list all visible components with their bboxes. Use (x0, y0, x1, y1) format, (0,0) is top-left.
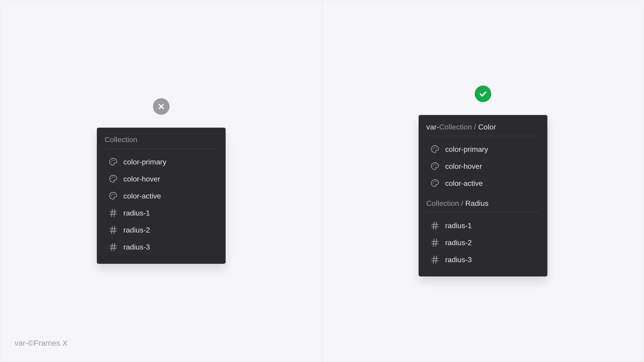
title-muted: Collection / (439, 123, 478, 131)
palette-icon (430, 178, 440, 188)
list-item[interactable]: color-active (426, 176, 540, 191)
wrong-badge (153, 98, 170, 115)
svg-line-18 (114, 226, 115, 234)
svg-point-7 (114, 177, 115, 178)
hash-icon (108, 242, 118, 252)
svg-line-42 (433, 256, 434, 263)
svg-point-4 (114, 160, 115, 161)
item-label: color-hover (124, 175, 160, 183)
svg-point-31 (436, 181, 436, 182)
list-item[interactable]: color-primary (426, 142, 540, 157)
svg-point-8 (111, 195, 112, 196)
item-label: radius-2 (124, 226, 150, 234)
svg-line-35 (436, 222, 436, 229)
item-label: color-hover (445, 162, 482, 171)
panel-section-title: var-Collection / Color (426, 123, 540, 131)
list-item[interactable]: color-hover (105, 171, 218, 186)
svg-point-26 (433, 165, 434, 166)
list-item[interactable]: radius-1 (105, 206, 218, 220)
item-label: radius-3 (124, 243, 150, 252)
svg-point-23 (433, 148, 434, 149)
list-item[interactable]: color-primary (105, 154, 218, 170)
right-panel: var-Collection / Color color-primary (418, 115, 548, 276)
hash-icon (108, 208, 118, 218)
list-item[interactable]: color-active (105, 188, 218, 204)
hash-icon (430, 221, 440, 230)
svg-line-43 (436, 256, 436, 263)
svg-point-29 (433, 182, 434, 183)
svg-line-17 (112, 226, 112, 234)
correct-badge (475, 86, 491, 102)
svg-point-27 (434, 164, 435, 165)
svg-point-10 (114, 194, 115, 195)
item-label: radius-1 (124, 209, 150, 217)
item-label: color-active (445, 179, 483, 188)
list-item[interactable]: radius-1 (426, 218, 540, 233)
list-item[interactable]: radius-3 (426, 252, 540, 267)
svg-point-25 (436, 147, 436, 148)
svg-point-9 (112, 194, 113, 194)
title-muted: Collection / (426, 199, 466, 208)
divider-line (426, 212, 540, 212)
list-item[interactable]: radius-3 (105, 240, 218, 254)
panel-title: Collection (105, 136, 218, 144)
item-label: radius-2 (445, 238, 472, 247)
panel-section-title: Collection / Radius (426, 199, 540, 208)
item-label: radius-3 (445, 256, 472, 264)
close-icon (157, 102, 165, 110)
svg-line-13 (112, 209, 112, 217)
title-accent: Radius (465, 199, 488, 208)
comparison-container: Collection color-primary (0, 0, 644, 362)
palette-icon (108, 191, 118, 201)
footer-credit: var-©Frames X (14, 338, 68, 348)
hash-icon (108, 225, 118, 235)
list-item[interactable]: color-hover (426, 159, 540, 174)
title-accent: Color (478, 123, 496, 131)
svg-point-6 (112, 177, 113, 178)
palette-icon (430, 162, 440, 171)
svg-point-28 (436, 164, 436, 165)
wrong-example-pane: Collection color-primary (0, 0, 322, 362)
svg-point-3 (112, 160, 113, 160)
item-label: color-primary (445, 145, 488, 154)
svg-point-24 (434, 147, 435, 148)
item-label: color-active (124, 192, 161, 200)
left-panel: Collection color-primary (97, 128, 226, 264)
palette-icon (430, 144, 440, 154)
svg-line-38 (433, 239, 434, 246)
hash-icon (430, 255, 440, 264)
svg-point-30 (434, 181, 435, 182)
title-prefix: var- (426, 123, 439, 131)
svg-point-5 (111, 178, 112, 179)
hash-icon (430, 238, 440, 248)
palette-icon (108, 157, 118, 167)
svg-line-21 (112, 243, 112, 251)
divider-line (426, 136, 540, 136)
svg-line-39 (436, 239, 436, 246)
check-icon (478, 89, 488, 98)
list-item[interactable]: radius-2 (426, 235, 540, 250)
correct-example-pane: var-Collection / Color color-primary (322, 0, 644, 362)
svg-line-22 (114, 243, 115, 251)
palette-icon (108, 174, 118, 184)
svg-line-14 (114, 209, 115, 217)
svg-point-2 (111, 161, 112, 162)
divider-line (105, 148, 218, 149)
item-label: radius-1 (445, 222, 472, 230)
svg-line-34 (433, 222, 434, 229)
item-label: color-primary (124, 158, 166, 166)
list-item[interactable]: radius-2 (105, 222, 218, 238)
